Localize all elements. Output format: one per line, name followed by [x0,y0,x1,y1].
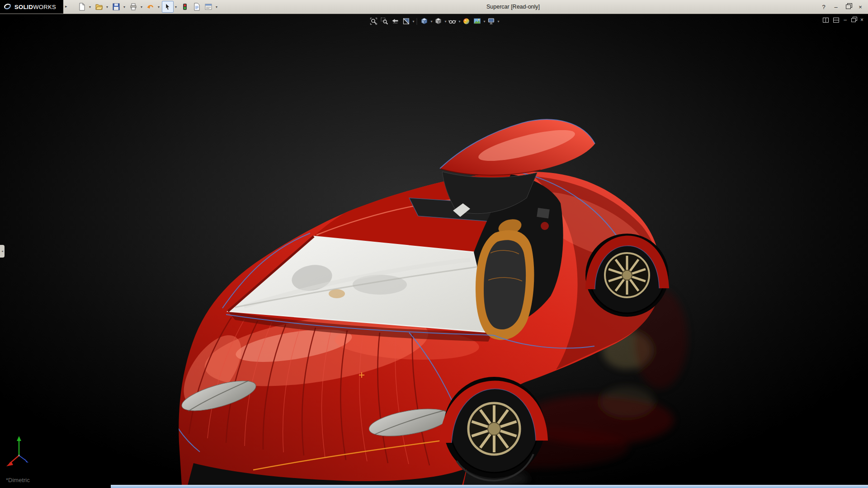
restore-button[interactable] [844,2,852,11]
dassault-logo-icon [3,3,12,11]
document-restore-icon [851,18,856,22]
select-button[interactable] [162,1,174,13]
options-dropdown-icon[interactable]: ▾ [214,5,219,9]
zoom-to-fit-icon [369,17,377,25]
close-button[interactable]: × [856,2,864,11]
apply-scene-dropdown-icon[interactable]: ▾ [484,19,486,23]
hide-show-items-button[interactable] [448,16,458,27]
main-toolbar: ▾ ▾ ▾ ▾ ▾ [76,1,220,13]
restore-icon [846,5,851,9]
view-settings-button[interactable] [486,16,496,27]
section-view-button[interactable] [401,16,411,27]
print-dropdown-icon[interactable]: ▾ [139,5,144,9]
section-view-icon [402,17,410,25]
print-icon [129,3,137,11]
featuremanager-collapse-tab[interactable]: ◂ [0,245,5,258]
document-minimize-button[interactable]: – [844,16,847,23]
hide-show-items-dropdown-icon[interactable]: ▾ [459,19,461,23]
new-document-icon [78,3,86,11]
save-icon [112,3,120,11]
split-panes-button[interactable] [833,16,839,23]
undo-dropdown-icon[interactable]: ▾ [156,5,161,9]
solidworks-brand: SOLIDWORKS [0,0,63,14]
brand-name: SOLIDWORKS [14,4,56,10]
edit-appearance-button[interactable] [462,16,472,27]
options-icon [204,3,212,11]
previous-view-button[interactable] [390,16,400,27]
open-folder-icon [95,3,103,11]
file-properties-icon [193,3,201,11]
new-document-dropdown-icon[interactable]: ▾ [88,5,92,9]
save-dropdown-icon[interactable]: ▾ [122,5,127,9]
open-button[interactable] [93,1,105,13]
view-orientation-label: *Dimetric [6,477,30,483]
document-restore-button[interactable] [851,16,856,23]
options-button[interactable] [203,1,214,13]
undo-button[interactable] [145,1,156,13]
save-button[interactable] [110,1,122,13]
scene-canvas[interactable] [0,14,868,485]
3d-viewport[interactable]: ▾ ▾ ▾ ▾ [0,14,868,485]
select-dropdown-icon[interactable]: ▾ [174,5,178,9]
apply-scene-icon [473,17,481,25]
view-settings-dropdown-icon[interactable]: ▾ [498,19,500,23]
hide-show-glasses-icon [448,17,457,25]
zoom-to-fit-button[interactable] [368,16,378,27]
undo-icon [146,3,155,11]
minimize-button[interactable]: – [832,2,840,11]
display-style-cube-icon [434,17,442,25]
view-orientation-dropdown-icon[interactable]: ▾ [430,19,432,23]
document-close-button[interactable]: × [860,16,863,23]
title-bar: SOLIDWORKS ▸ ▾ ▾ ▾ ▾ [0,0,868,14]
print-button[interactable] [127,1,139,13]
view-orientation-cube-icon [420,17,428,25]
view-settings-icon [487,17,495,25]
new-document-button[interactable] [76,1,88,13]
open-dropdown-icon[interactable]: ▾ [105,5,109,9]
split-panes-icon [833,18,839,23]
section-view-dropdown-icon[interactable]: ▾ [412,19,414,23]
display-style-button[interactable] [433,16,443,27]
tile-panes-icon [823,18,829,23]
status-strip [111,485,868,488]
tile-panes-button[interactable] [823,16,829,23]
hud-separator [416,18,417,25]
edit-appearance-ball-icon [462,17,471,25]
select-cursor-icon [164,3,172,11]
heads-up-view-toolbar: ▾ ▾ ▾ ▾ [368,16,499,27]
toolbar-overflow-icon[interactable]: ▸ [65,4,67,9]
zoom-to-area-icon [380,17,388,25]
window-title: Supercar [Read-only] [486,0,540,14]
rebuild-traffic-light-icon [181,3,189,11]
file-properties-button[interactable] [191,1,203,13]
display-style-dropdown-icon[interactable]: ▾ [444,19,446,23]
help-button[interactable]: ? [820,2,828,11]
zoom-to-area-button[interactable] [379,16,389,27]
rebuild-button[interactable] [179,1,191,13]
apply-scene-button[interactable] [472,16,482,27]
previous-view-icon [391,17,399,25]
document-window-controls: – × [823,16,863,23]
window-controls: ? – × [820,0,864,14]
view-orientation-button[interactable] [419,16,429,27]
